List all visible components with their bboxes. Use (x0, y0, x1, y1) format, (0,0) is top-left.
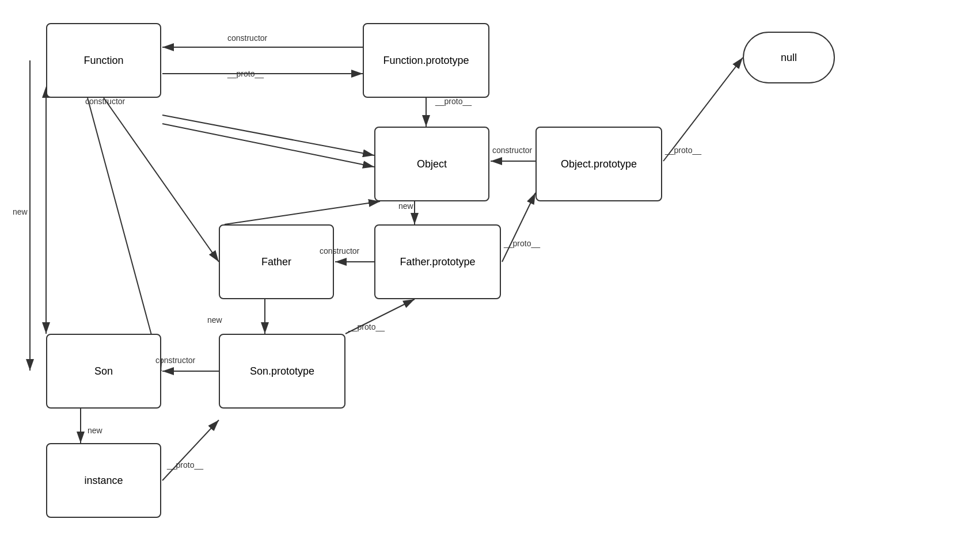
node-function-prototype: Function.prototype (363, 23, 489, 98)
node-son-prototype: Son.prototype (219, 334, 345, 409)
node-instance: instance (46, 443, 161, 518)
label-constructor-func: constructor (85, 97, 125, 106)
svg-line-9 (88, 98, 161, 371)
node-father-prototype: Father.prototype (374, 224, 501, 299)
node-null: null (743, 32, 835, 83)
label-constructor-son: constructor (155, 356, 195, 365)
label-new-son: new (88, 426, 102, 435)
label-constructor-fp: constructor (227, 33, 267, 43)
node-function-prototype-label: Function.prototype (383, 55, 469, 67)
label-proto-fp-obj: __proto__ (435, 97, 472, 106)
svg-line-19 (162, 420, 219, 480)
svg-line-13 (502, 193, 535, 262)
diagram-container: Function Function.prototype Object Objec… (0, 0, 980, 557)
node-son-label: Son (94, 365, 113, 377)
label-proto-instance: __proto__ (167, 460, 203, 470)
svg-line-10 (162, 115, 374, 155)
svg-line-21 (225, 201, 380, 224)
svg-line-11 (162, 124, 374, 167)
node-object-prototype-label: Object.prototype (561, 158, 637, 170)
node-father-label: Father (261, 256, 291, 268)
label-new-father: new (207, 315, 222, 325)
node-object-prototype: Object.prototype (535, 127, 662, 201)
label-proto-obj: __proto__ (665, 146, 701, 155)
node-null-label: null (781, 52, 797, 64)
node-function-label: Function (83, 55, 123, 67)
node-son: Son (46, 334, 161, 409)
label-constructor-obj: constructor (492, 146, 532, 155)
label-proto-fp: __proto__ (227, 69, 264, 78)
node-object-label: Object (417, 158, 447, 170)
svg-line-8 (104, 98, 219, 262)
node-father-prototype-label: Father.prototype (400, 256, 475, 268)
label-proto-father: __proto__ (504, 239, 540, 248)
label-constructor-father: constructor (320, 246, 359, 255)
label-new-func: new (13, 207, 28, 216)
node-instance-label: instance (84, 475, 123, 487)
node-object: Object (374, 127, 489, 201)
node-function: Function (46, 23, 161, 98)
node-son-prototype-label: Son.prototype (250, 365, 314, 377)
label-proto-son: __proto__ (348, 322, 385, 331)
label-new-obj: new (398, 201, 413, 211)
node-father: Father (219, 224, 334, 299)
